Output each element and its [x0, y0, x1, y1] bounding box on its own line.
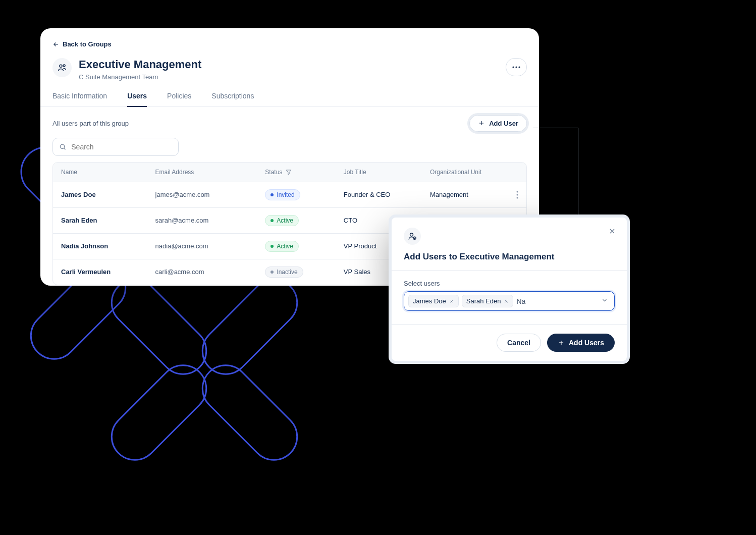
decorative-shape	[192, 355, 308, 471]
search-input[interactable]	[71, 143, 172, 151]
tab-description: All users part of this group	[52, 120, 129, 127]
arrow-left-icon	[52, 41, 60, 48]
table-row[interactable]: James Doe james@acme.com Invited Founder…	[53, 182, 526, 207]
tab-users[interactable]: Users	[127, 92, 147, 107]
column-header-email[interactable]: Email Address	[147, 163, 257, 182]
cell-status: Active	[257, 208, 336, 233]
cell-name: Sarah Eden	[53, 208, 147, 233]
add-users-confirm-button[interactable]: Add Users	[547, 334, 615, 352]
svg-point-0	[60, 65, 62, 67]
page-title: Executive Management	[79, 58, 201, 71]
more-horizontal-icon	[512, 66, 520, 68]
dropdown-toggle[interactable]	[601, 297, 608, 306]
filter-icon	[285, 169, 292, 176]
svg-point-4	[518, 66, 520, 68]
search-icon	[59, 143, 66, 151]
cell-email: james@acme.com	[147, 182, 257, 207]
decorative-shape	[192, 269, 308, 385]
page-subtitle: C Suite Management Team	[79, 73, 201, 81]
select-users-text-input[interactable]	[516, 297, 596, 305]
cell-name: James Doe	[53, 182, 147, 207]
svg-point-9	[410, 233, 413, 236]
tab-policies[interactable]: Policies	[167, 92, 191, 106]
remove-chip-icon[interactable]	[504, 299, 509, 304]
cell-job-title: Founder & CEO	[336, 182, 422, 207]
cell-email: nadia@acme.com	[147, 234, 257, 259]
cancel-button[interactable]: Cancel	[497, 334, 541, 352]
close-button[interactable]	[607, 226, 618, 237]
user-chip: James Doe	[408, 295, 459, 307]
add-user-button[interactable]: Add User	[469, 115, 527, 132]
cell-name: Carli Vermeulen	[53, 259, 147, 285]
table-header-row: Name Email Address Status Job Title Orga…	[53, 163, 526, 182]
user-add-icon	[404, 228, 421, 245]
remove-chip-icon[interactable]	[449, 299, 454, 304]
group-icon	[52, 58, 72, 77]
tabs: Basic Information Users Policies Subscri…	[40, 81, 539, 107]
svg-point-1	[63, 64, 65, 66]
more-vertical-icon	[516, 191, 518, 199]
svg-point-2	[512, 66, 514, 68]
back-link-label: Back to Groups	[63, 40, 112, 48]
plus-icon	[478, 120, 485, 127]
decorative-shape	[101, 355, 217, 471]
svg-point-3	[515, 66, 517, 68]
more-actions-button[interactable]	[506, 58, 527, 76]
cell-email: carli@acme.com	[147, 259, 257, 285]
row-actions-button[interactable]	[508, 182, 526, 207]
close-icon	[608, 227, 616, 235]
svg-point-5	[60, 144, 64, 148]
select-users-label: Select users	[404, 280, 615, 287]
plus-icon	[558, 339, 565, 346]
add-users-modal: Add Users to Executive Management Select…	[389, 215, 630, 364]
svg-point-6	[517, 191, 518, 192]
select-users-input[interactable]: James Doe Sarah Eden	[404, 291, 615, 311]
search-input-wrapper[interactable]	[52, 138, 179, 156]
cell-name: Nadia Johnson	[53, 234, 147, 259]
chevron-down-icon	[601, 297, 608, 304]
column-header-org-unit[interactable]: Organizational Unit	[422, 163, 508, 182]
cell-status: Active	[257, 234, 336, 259]
user-chip: Sarah Eden	[462, 295, 514, 307]
column-header-name[interactable]: Name	[53, 163, 147, 182]
tab-subscriptions[interactable]: Subscriptions	[211, 92, 254, 106]
svg-point-7	[517, 194, 518, 195]
cell-status: Inactive	[257, 259, 336, 285]
tab-basic-information[interactable]: Basic Information	[52, 92, 107, 106]
decorative-shape	[101, 269, 217, 385]
back-to-groups-link[interactable]: Back to Groups	[40, 40, 112, 48]
cell-org-unit: Management	[422, 182, 508, 207]
add-user-button-label: Add User	[489, 120, 518, 127]
column-header-status[interactable]: Status	[257, 163, 336, 182]
modal-title: Add Users to Executive Management	[404, 252, 615, 262]
column-header-job-title[interactable]: Job Title	[336, 163, 422, 182]
cell-status: Invited	[257, 182, 336, 207]
svg-point-8	[517, 197, 518, 198]
cell-email: sarah@acme.com	[147, 208, 257, 233]
